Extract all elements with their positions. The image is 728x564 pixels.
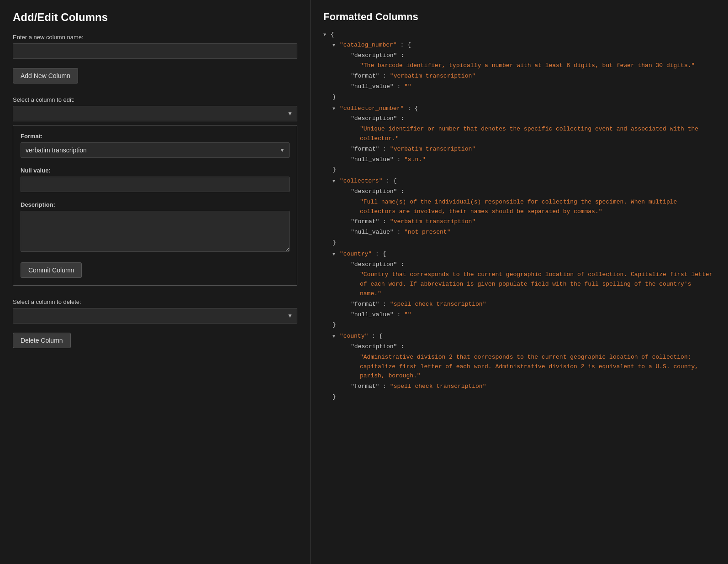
collapse-collectors-icon[interactable]: ▼ <box>332 178 335 185</box>
json-null-country: "null_value" : "" <box>351 310 715 320</box>
json-body-collectors: "description" : "Full name(s) of the ind… <box>332 187 715 237</box>
collapse-collector_number-icon[interactable]: ▼ <box>332 105 335 113</box>
add-button-wrapper: Add New Column <box>13 68 297 84</box>
json-section-country: ▼ "country" : { "description" : "Country… <box>323 250 715 330</box>
json-format-catalog_number: "format" : "verbatim transcription" <box>351 72 715 81</box>
json-desc-label-country: "description" : <box>351 260 715 270</box>
commit-button-wrapper: Commit Column <box>21 262 290 278</box>
json-desc-val-catalog_number: "The barcode identifier, typically a num… <box>351 61 715 71</box>
description-section: Description: <box>21 201 290 253</box>
json-section-collectors: ▼ "collectors" : { "description" : "Full… <box>323 177 715 248</box>
select-edit-wrapper: ▼ <box>13 106 297 121</box>
json-close-collectors: } <box>332 238 715 248</box>
json-desc-label-collector_number: "description" : <box>351 114 715 124</box>
root-open: ▼ { <box>323 30 715 40</box>
select-edit-section: Select a column to edit: ▼ <box>13 96 297 121</box>
format-section: Format: verbatim transcription spell che… <box>21 133 290 158</box>
select-edit-dropdown[interactable] <box>13 106 297 121</box>
json-key-county: ▼ "county" : { <box>332 332 715 341</box>
json-section-catalog_number: ▼ "catalog_number" : { "description" : "… <box>323 41 715 102</box>
collapse-country-icon[interactable]: ▼ <box>332 251 335 258</box>
left-panel: Add/Edit Columns Enter a new column name… <box>0 0 311 564</box>
json-body-catalog_number: "description" : "The barcode identifier,… <box>332 51 715 92</box>
json-section-county: ▼ "county" : { "description" : "Administ… <box>323 332 715 402</box>
json-display: ▼ { ▼ "catalog_number" : { "description"… <box>323 30 715 402</box>
json-key-collectors: ▼ "collectors" : { <box>332 177 715 186</box>
collapse-catalog_number-icon[interactable]: ▼ <box>332 42 335 49</box>
json-null-catalog_number: "null_value" : "" <box>351 82 715 92</box>
select-edit-label: Select a column to edit: <box>13 96 297 103</box>
json-close-collector_number: } <box>332 165 715 175</box>
json-body-country: "description" : "Country that correspond… <box>332 260 715 320</box>
collapse-root-icon[interactable]: ▼ <box>323 31 326 39</box>
formatted-columns-title: Formatted Columns <box>323 11 715 23</box>
json-key-country: ▼ "country" : { <box>332 250 715 259</box>
edit-box: Format: verbatim transcription spell che… <box>13 125 297 286</box>
json-format-collector_number: "format" : "verbatim transcription" <box>351 145 715 154</box>
json-desc-label-collectors: "description" : <box>351 187 715 197</box>
json-key-catalog_number: ▼ "catalog_number" : { <box>332 41 715 50</box>
new-column-label: Enter a new column name: <box>13 34 297 41</box>
description-label: Description: <box>21 201 290 208</box>
json-close-catalog_number: } <box>332 93 715 102</box>
description-textarea[interactable] <box>21 211 290 252</box>
select-delete-label: Select a column to delete: <box>13 298 297 305</box>
json-desc-label-county: "description" : <box>351 342 715 352</box>
null-value-section: Null value: <box>21 167 290 192</box>
collapse-county-icon[interactable]: ▼ <box>332 333 335 340</box>
json-desc-label-catalog_number: "description" : <box>351 51 715 61</box>
json-desc-val-county: "Administrative division 2 that correspo… <box>351 353 715 381</box>
json-format-country: "format" : "spell check transcription" <box>351 300 715 309</box>
format-label: Format: <box>21 133 290 140</box>
format-dropdown[interactable]: verbatim transcription spell check trans… <box>21 142 290 158</box>
new-column-input[interactable] <box>13 43 297 59</box>
right-panel: Formatted Columns ▼ { ▼ "catalog_number"… <box>311 0 728 564</box>
commit-column-button[interactable]: Commit Column <box>21 262 82 278</box>
delete-button-wrapper: Delete Column <box>13 333 297 348</box>
null-value-input[interactable] <box>21 177 290 192</box>
json-key-collector_number: ▼ "collector_number" : { <box>332 104 715 114</box>
json-desc-val-country: "Country that corresponds to the current… <box>351 270 715 298</box>
json-entries: ▼ "catalog_number" : { "description" : "… <box>323 41 715 402</box>
new-column-section: Enter a new column name: <box>13 34 297 59</box>
json-body-county: "description" : "Administrative division… <box>332 342 715 392</box>
format-select-wrapper: verbatim transcription spell check trans… <box>21 142 290 158</box>
json-body-collector_number: "description" : "Unique identifier or nu… <box>332 114 715 164</box>
json-close-county: } <box>332 392 715 402</box>
json-section-collector_number: ▼ "collector_number" : { "description" :… <box>323 104 715 175</box>
select-delete-section: Select a column to delete: ▼ <box>13 298 297 324</box>
add-new-column-button[interactable]: Add New Column <box>13 68 78 84</box>
delete-column-button[interactable]: Delete Column <box>13 333 71 348</box>
json-close-country: } <box>332 320 715 330</box>
select-delete-wrapper: ▼ <box>13 308 297 324</box>
null-value-label: Null value: <box>21 167 290 174</box>
json-desc-val-collector_number: "Unique identifier or number that denote… <box>351 125 715 144</box>
page-title: Add/Edit Columns <box>13 11 297 24</box>
json-format-collectors: "format" : "verbatim transcription" <box>351 217 715 227</box>
json-desc-val-collectors: "Full name(s) of the individual(s) respo… <box>351 198 715 217</box>
json-null-collector_number: "null_value" : "s.n." <box>351 155 715 165</box>
json-format-county: "format" : "spell check transcription" <box>351 382 715 392</box>
json-null-collectors: "null_value" : "not present" <box>351 228 715 237</box>
select-delete-dropdown[interactable] <box>13 308 297 324</box>
